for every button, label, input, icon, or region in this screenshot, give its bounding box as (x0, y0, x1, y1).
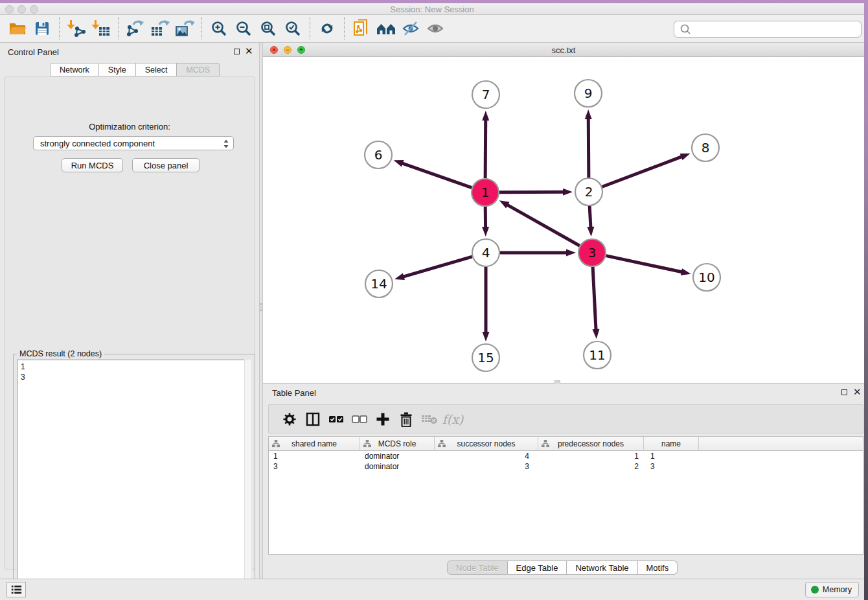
graph-node-9[interactable]: 9 (575, 80, 602, 107)
search-field[interactable] (674, 21, 862, 38)
zoom-selected-button[interactable] (280, 17, 305, 40)
graph-edge-3-10[interactable] (606, 256, 683, 272)
graph-edge-1-7[interactable] (485, 119, 486, 178)
graph-node-1[interactable]: 1 (472, 179, 499, 206)
cell-successor-nodes[interactable]: 3 (435, 461, 538, 472)
graph-edge-1-6[interactable] (402, 163, 472, 188)
graph-node-6[interactable]: 6 (365, 141, 392, 168)
export-image-button[interactable] (172, 17, 197, 40)
graph-node-8[interactable]: 8 (692, 134, 719, 161)
table-row[interactable]: 3 dominator 3 2 3 (269, 461, 863, 472)
clone-network-button[interactable] (349, 17, 374, 40)
tab-network-table[interactable]: Network Table (567, 560, 637, 575)
cell-mcds-role[interactable]: dominator (360, 451, 435, 461)
graph-node-2[interactable]: 2 (575, 178, 602, 205)
zoom-fit-button[interactable] (256, 17, 280, 40)
tab-motifs[interactable]: Motifs (638, 560, 678, 575)
cell-predecessor-nodes[interactable]: 2 (538, 461, 644, 472)
network-canvas[interactable]: 7968124314101511 (263, 57, 864, 384)
add-row-button[interactable] (371, 408, 394, 430)
mcds-result-text[interactable]: 1 3 (17, 360, 251, 597)
table-panel-header: Table Panel ✕ (263, 384, 864, 402)
control-panel-header: Control Panel ✕ (0, 43, 259, 61)
table-close-icon[interactable]: ✕ (853, 386, 862, 398)
import-table-button[interactable] (89, 17, 113, 40)
search-input[interactable] (694, 23, 861, 36)
task-history-button[interactable] (6, 582, 26, 597)
close-panel-button[interactable]: Close panel (132, 158, 200, 172)
graph-edge-arrow (585, 110, 592, 119)
tab-node-table[interactable]: Node Table (447, 560, 508, 575)
node-label: 15 (477, 350, 494, 365)
import-network-button[interactable] (64, 17, 89, 40)
splitter-grip[interactable] (260, 303, 262, 311)
column-header-name[interactable]: name (644, 437, 699, 451)
export-table-button[interactable] (148, 17, 172, 40)
graph-node-14[interactable]: 14 (365, 270, 393, 297)
column-header-shared-name[interactable]: shared name (269, 437, 360, 451)
tab-edge-table[interactable]: Edge Table (508, 560, 567, 575)
first-neighbors-button[interactable] (374, 17, 398, 40)
function-builder-button[interactable]: f(x) (441, 408, 464, 430)
cell-shared-name[interactable]: 1 (269, 451, 360, 461)
graph-node-15[interactable]: 15 (472, 344, 499, 371)
optimization-criterion-select[interactable]: strongly connected component (33, 136, 234, 150)
close-panel-icon[interactable]: ✕ (245, 45, 253, 57)
show-all-button[interactable] (423, 17, 448, 40)
tab-select[interactable]: Select (136, 63, 177, 76)
graph-edge-2-3[interactable] (589, 206, 591, 228)
graph-node-7[interactable]: 7 (472, 81, 499, 108)
run-mcds-button[interactable]: Run MCDS (62, 158, 123, 172)
column-label: name (661, 439, 681, 448)
graph-node-3[interactable]: 3 (578, 239, 606, 266)
float-panel-icon[interactable] (234, 49, 240, 54)
network-graph[interactable]: 7968124314101511 (263, 57, 864, 384)
cell-mcds-role[interactable]: dominator (360, 461, 435, 472)
hide-selected-button[interactable] (398, 17, 423, 40)
node-label: 2 (585, 184, 593, 200)
cell-name[interactable]: 1 (644, 451, 699, 461)
graph-edge-2-8[interactable] (602, 156, 683, 187)
memory-button[interactable]: Memory (805, 582, 859, 597)
network-window-titlebar[interactable]: × − + scc.txt (263, 43, 864, 57)
graph-node-10[interactable]: 10 (693, 264, 720, 291)
select-all-button[interactable] (325, 408, 348, 430)
delete-row-button[interactable] (394, 408, 418, 430)
zoom-in-button[interactable] (207, 17, 231, 40)
open-file-button[interactable] (5, 17, 30, 40)
save-icon (34, 21, 50, 36)
apply-layout-button[interactable] (315, 17, 339, 40)
graph-node-11[interactable]: 11 (584, 341, 611, 369)
tab-mcds[interactable]: MCDS (177, 63, 220, 76)
tree-icon (363, 440, 371, 448)
node-label: 14 (371, 276, 387, 292)
table-settings-button[interactable] (278, 408, 301, 430)
delete-table-button[interactable] (418, 408, 441, 430)
column-header-predecessor-nodes[interactable]: predecessor nodes (538, 437, 644, 451)
cell-successor-nodes[interactable]: 4 (435, 451, 538, 461)
table-row[interactable]: 1 dominator 4 1 1 (269, 451, 863, 461)
zoom-out-button[interactable] (231, 17, 256, 40)
result-scrollbar[interactable] (244, 360, 251, 597)
list-icon (10, 584, 23, 595)
cell-name[interactable]: 3 (644, 461, 699, 472)
graph-edge-2-9[interactable] (588, 118, 589, 178)
graph-edge-3-11[interactable] (593, 267, 596, 330)
show-columns-button[interactable] (301, 408, 325, 430)
unselect-all-button[interactable] (348, 408, 371, 430)
column-header-mcds-role[interactable]: MCDS role (360, 437, 435, 451)
cell-shared-name[interactable]: 3 (269, 461, 360, 472)
tab-style[interactable]: Style (99, 63, 136, 76)
export-network-button[interactable] (123, 17, 148, 40)
graph-node-4[interactable]: 4 (472, 239, 499, 266)
cell-predecessor-nodes[interactable]: 1 (538, 451, 644, 461)
column-header-successor-nodes[interactable]: successor nodes (435, 437, 538, 451)
node-table-header: shared name MCDS role successor nodes pr… (269, 437, 863, 451)
table-float-icon[interactable] (841, 389, 847, 395)
graph-edge-4-14[interactable] (402, 257, 472, 277)
column-label: successor nodes (457, 439, 515, 448)
graph-edge-1-2[interactable] (499, 192, 564, 192)
tab-network[interactable]: Network (50, 63, 99, 76)
save-session-button[interactable] (30, 17, 54, 40)
graph-edge-3-1[interactable] (507, 205, 580, 246)
